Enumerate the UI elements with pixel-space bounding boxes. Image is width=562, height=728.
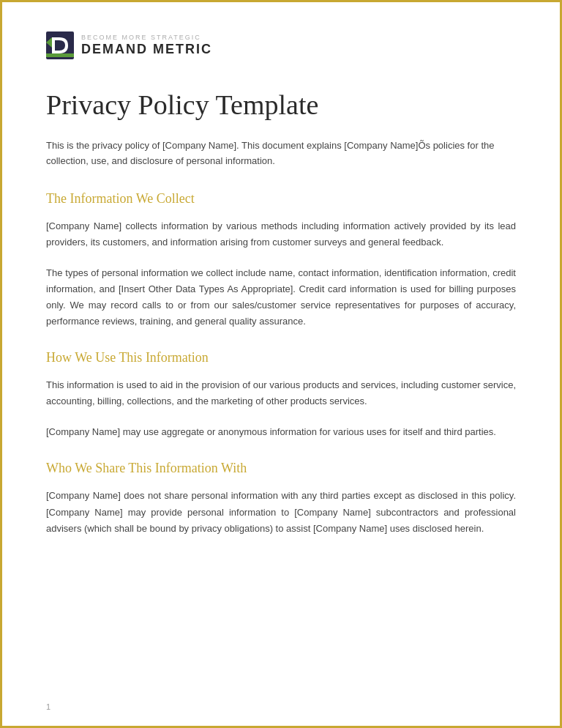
svg-rect-1	[46, 53, 74, 57]
page-container: Become More Strategic DEMAND METRIC Priv…	[0, 0, 562, 728]
section-how-we-use: How We Use This Information This informa…	[46, 350, 516, 440]
logo-name: DEMAND METRIC	[81, 42, 212, 57]
page-title: Privacy Policy Template	[46, 89, 516, 121]
page-number: 1	[46, 702, 50, 711]
section-body-1-p2: The types of personal information we col…	[46, 265, 516, 330]
section-body-2-p1: This information is used to aid in the p…	[46, 377, 516, 409]
intro-text: This is the privacy policy of [Company N…	[46, 138, 516, 169]
logo-tagline: Become More Strategic	[81, 34, 212, 41]
section-who-we-share: Who We Share This Information With [Comp…	[46, 461, 516, 536]
section-heading-3: Who We Share This Information With	[46, 461, 516, 476]
section-body-2-p2: [Company Name] may use aggregate or anon…	[46, 424, 516, 440]
section-body-1-p1: [Company Name] collects information by v…	[46, 218, 516, 250]
section-body-3-p1: [Company Name] does not share personal i…	[46, 488, 516, 536]
logo-text-container: Become More Strategic DEMAND METRIC	[81, 34, 212, 57]
demand-metric-logo-icon	[46, 31, 74, 59]
section-heading-2: How We Use This Information	[46, 350, 516, 365]
section-heading-1: The Information We Collect	[46, 191, 516, 207]
section-information-we-collect: The Information We Collect [Company Name…	[46, 191, 516, 330]
header: Become More Strategic DEMAND METRIC	[46, 31, 516, 59]
